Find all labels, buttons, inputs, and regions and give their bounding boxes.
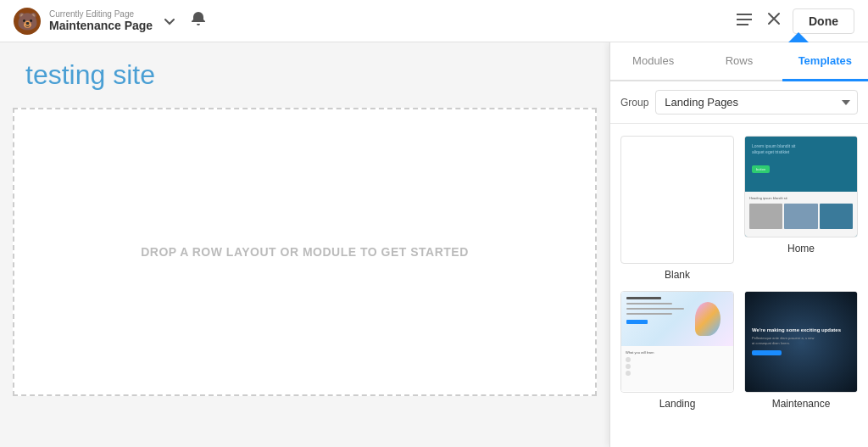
template-thumb-home: Lorem ipsum blandit sitaliquet eget tris… — [744, 136, 858, 237]
done-button[interactable]: Done — [793, 8, 854, 34]
drop-zone[interactable]: DROP A ROW LAYOUT OR MODULE TO GET START… — [13, 108, 597, 396]
page-chevron-button[interactable] — [161, 11, 178, 31]
page-name-label: Maintenance Page — [49, 19, 153, 32]
template-name-landing: Landing — [659, 398, 696, 410]
close-icon — [767, 12, 781, 25]
currently-editing-label: Currently Editing Page — [49, 9, 153, 19]
top-bar-right: Done — [733, 8, 854, 34]
page-info: Currently Editing Page Maintenance Page — [49, 9, 153, 32]
template-thumb-landing: What you will learn — [620, 291, 734, 393]
tab-rows[interactable]: Rows — [696, 42, 782, 81]
group-select[interactable]: Landing Pages All Templates Blog Portfol… — [655, 90, 858, 115]
close-button[interactable] — [764, 8, 784, 33]
template-name-home: Home — [787, 243, 815, 254]
top-bar-left: 🐻 Currently Editing Page Maintenance Pag… — [14, 7, 210, 35]
avatar: 🐻 — [14, 8, 41, 35]
bell-icon — [190, 10, 207, 27]
top-bar: 🐻 Currently Editing Page Maintenance Pag… — [0, 0, 868, 42]
template-thumb-blank — [620, 136, 734, 264]
template-item-home[interactable]: Lorem ipsum blandit sitaliquet eget tris… — [744, 136, 858, 281]
template-name-blank: Blank — [665, 269, 690, 281]
site-title: testing site — [17, 59, 593, 91]
chevron-down-icon — [164, 19, 175, 25]
canvas: testing site DROP A ROW LAYOUT OR MODULE… — [0, 42, 609, 447]
panel-tabs: Modules Rows Templates — [610, 42, 868, 81]
svg-rect-1 — [737, 19, 752, 20]
svg-rect-2 — [737, 24, 748, 25]
template-thumb-maintenance: We're making some exciting updates Pelle… — [744, 291, 858, 393]
menu-lines-icon — [737, 14, 752, 25]
tab-modules[interactable]: Modules — [610, 42, 696, 81]
menu-lines-button[interactable] — [733, 10, 755, 32]
group-filter: Group Landing Pages All Templates Blog P… — [610, 81, 868, 124]
drop-hint-text: DROP A ROW LAYOUT OR MODULE TO GET START… — [141, 245, 469, 259]
notification-bell-button[interactable] — [186, 7, 210, 35]
svg-rect-0 — [737, 14, 752, 15]
templates-grid: Blank Lorem ipsum blandit sitaliquet ege… — [610, 124, 868, 447]
template-item-blank[interactable]: Blank — [620, 136, 734, 281]
tab-templates[interactable]: Templates — [782, 42, 868, 81]
template-item-maintenance[interactable]: We're making some exciting updates Pelle… — [744, 291, 858, 436]
template-item-landing[interactable]: What you will learn — [620, 291, 734, 436]
editor-area: testing site DROP A ROW LAYOUT OR MODULE… — [0, 42, 868, 447]
group-label: Group — [620, 97, 648, 109]
templates-panel: Modules Rows Templates Group Landing Pag… — [609, 42, 868, 447]
template-name-maintenance: Maintenance — [772, 398, 831, 410]
